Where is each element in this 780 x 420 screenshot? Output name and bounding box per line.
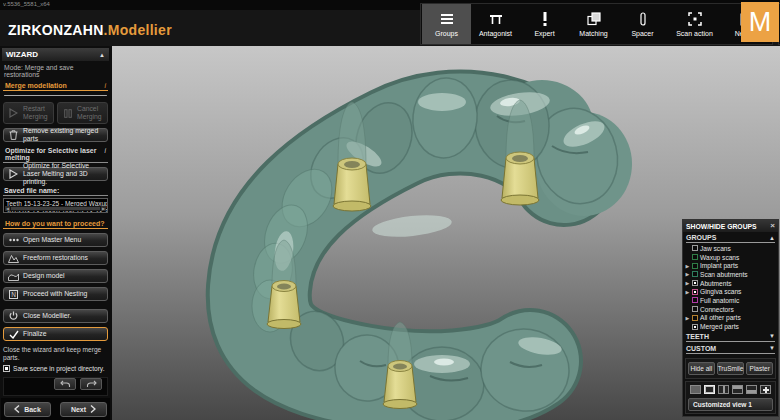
group-checkbox[interactable] (692, 271, 698, 277)
undo-icon (60, 380, 71, 388)
matching-layers-icon (587, 12, 601, 27)
model-base-icon (8, 272, 19, 281)
custom-section-label: CUSTOM (686, 345, 716, 352)
trusmile-button[interactable]: TruSmile (717, 362, 745, 375)
expand-icon[interactable]: ▶ (685, 263, 690, 269)
redo-icon (86, 380, 97, 388)
groups-menu-icon (440, 12, 454, 27)
matching-button[interactable]: Matching (569, 4, 618, 44)
info-icon[interactable]: i (105, 147, 106, 154)
restart-merging-button[interactable]: Restart Merging (3, 102, 54, 124)
view-outline-icon[interactable] (704, 385, 715, 394)
view-add-icon[interactable] (760, 385, 771, 394)
group-checkbox[interactable] (692, 263, 698, 269)
group-row-abutments[interactable]: ▶Abutments (683, 279, 778, 288)
chevron-left-icon (14, 405, 20, 413)
main-toolbar: Groups Antagonist Expert Matching Spacer… (420, 3, 780, 45)
group-row-jaw-scans[interactable]: ▶Jaw scans (683, 244, 778, 253)
expand-icon[interactable]: ▶ (685, 271, 690, 277)
proceed-with-nesting-button[interactable]: N Proceed with Nesting (3, 287, 108, 301)
next-button[interactable]: Next (60, 402, 107, 417)
groups-section-header[interactable]: GROUPS ▲ (686, 234, 775, 243)
group-row-scan-abutments[interactable]: ▶Scan abutments (683, 270, 778, 279)
group-label: Merged parts (700, 323, 739, 330)
nesting-n-icon: N (8, 290, 19, 299)
expand-icon[interactable]: ▶ (685, 289, 690, 295)
expand-icon[interactable]: ▶ (685, 280, 690, 286)
toolbar-group-main: Groups Antagonist Expert Matching Spacer… (420, 3, 773, 45)
expand-icon[interactable]: ▶ (685, 315, 690, 321)
group-checkbox[interactable] (692, 324, 698, 330)
collapse-up-icon[interactable]: ▲ (99, 52, 105, 58)
scrollbar-thumb[interactable] (11, 207, 100, 210)
scroll-right-icon[interactable]: ▶ (101, 206, 106, 211)
group-row-connectors[interactable]: ▶Connectors (683, 305, 778, 314)
group-label: Full anatomic (700, 297, 739, 304)
group-checkbox[interactable] (692, 315, 698, 321)
customized-view-button[interactable]: Customized view 1 (688, 398, 773, 411)
remove-merged-parts-button[interactable]: Remove existing merged parts (3, 128, 108, 142)
view-single-icon[interactable] (690, 385, 701, 394)
spacer-capsule-icon (639, 12, 647, 27)
group-row-implant-parts[interactable]: ▶Implant parts (683, 261, 778, 270)
group-row-waxup-scans[interactable]: ▶Waxup scans (683, 253, 778, 262)
view-split-top-icon[interactable] (732, 385, 743, 394)
plaster-button[interactable]: Plaster (746, 362, 773, 375)
undo-button[interactable] (54, 378, 76, 390)
exclamation-icon (542, 12, 548, 27)
back-button[interactable]: Back (4, 402, 51, 417)
hide-all-button[interactable]: Hide all (688, 362, 715, 375)
scroll-left-icon[interactable]: ◀ (5, 206, 10, 211)
freeform-restorations-button[interactable]: Freeform restorations (3, 251, 108, 265)
back-label: Back (24, 406, 41, 413)
power-icon (8, 311, 19, 321)
horizontal-scrollbar[interactable]: ◀ ▶ (5, 206, 106, 211)
group-row-gingiva-scans[interactable]: ▶Gingiva scans (683, 287, 778, 296)
wizard-title: WIZARD (6, 50, 38, 59)
group-checkbox[interactable] (692, 306, 698, 312)
spacer-button-label: Spacer (631, 30, 653, 37)
info-icon[interactable]: i (105, 82, 106, 89)
scan-frame-icon (688, 12, 702, 27)
group-row-full-anatomic[interactable]: ▶Full anatomic (683, 296, 778, 305)
view-split-bottom-icon[interactable] (746, 385, 757, 394)
group-row-all-other-parts[interactable]: ▶All other parts (683, 314, 778, 323)
group-checkbox[interactable] (692, 289, 698, 295)
group-row-merged-parts[interactable]: ▶Merged parts (683, 322, 778, 331)
wizard-nav-bar: Back Next (1, 398, 110, 420)
close-panel-icon[interactable]: × (770, 222, 775, 230)
teeth-section-header[interactable]: TEETH ▼ (686, 333, 775, 342)
save-scene-checkbox[interactable] (3, 365, 10, 372)
group-checkbox[interactable] (692, 245, 698, 251)
groups-button[interactable]: Groups (422, 4, 471, 44)
spacer-button[interactable]: Spacer (618, 4, 667, 44)
view-split-vertical-icon[interactable] (718, 385, 729, 394)
saved-file-name-box[interactable]: Teeth 15-13-23-25 - Merged Waxup 2015-03… (3, 198, 108, 213)
m-logo[interactable]: M (741, 2, 779, 42)
antagonist-button[interactable]: Antagonist (471, 4, 520, 44)
optimize-slm-button[interactable]: Optimize for Selective Laser Melting and… (3, 167, 108, 181)
finalize-button[interactable]: Finalize (3, 327, 108, 341)
close-modellier-button[interactable]: Close Modellier. (3, 309, 108, 323)
proceed-with-nesting-label: Proceed with Nesting (23, 290, 87, 298)
group-label: Connectors (700, 306, 734, 313)
cancel-merging-button[interactable]: Cancel Merging (57, 102, 108, 124)
save-scene-row[interactable]: Save scene in project directory. (3, 365, 108, 372)
3d-viewport[interactable] (112, 46, 780, 420)
wizard-header[interactable]: WIZARD ▲ (2, 48, 109, 61)
group-checkbox[interactable] (692, 297, 698, 303)
next-label: Next (71, 406, 86, 413)
open-master-menu-button[interactable]: Open Master Menu (3, 233, 108, 247)
group-checkbox[interactable] (692, 254, 698, 260)
version-label: v.5536_5581_x64 (3, 1, 50, 7)
custom-section-header[interactable]: CUSTOM ▼ (686, 345, 775, 354)
redo-button[interactable] (80, 378, 102, 390)
design-model-button[interactable]: Design model (3, 269, 108, 283)
expert-button[interactable]: Expert (520, 4, 569, 44)
optimize-header-label: Optimize for Selective laser melting (5, 147, 105, 161)
trash-icon (8, 130, 19, 140)
show-hide-groups-panel: SHOW/HIDE GROUPS × GROUPS ▲ ▶Jaw scans ▶… (682, 219, 779, 417)
collapse-down-icon: ▼ (769, 333, 775, 339)
group-checkbox[interactable] (692, 280, 698, 286)
scan-action-button[interactable]: Scan action (667, 4, 722, 44)
